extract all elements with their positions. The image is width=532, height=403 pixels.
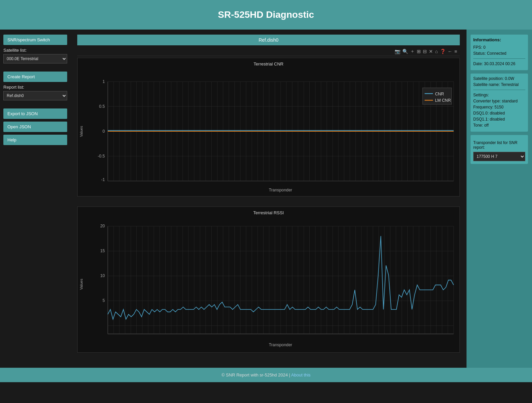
toolbar-home-icon[interactable]: ⌂ xyxy=(435,49,438,54)
sidebar-item-create-report[interactable]: Create Report xyxy=(3,72,67,82)
satellite-list-label: Satellite list: xyxy=(3,48,67,53)
cnr-y-axis-label: Values xyxy=(79,126,83,137)
date-row: Date: 30.03.2024 00:26 xyxy=(473,61,525,66)
svg-text:CNR: CNR xyxy=(435,92,444,96)
report-select[interactable]: Ref.dish0 xyxy=(3,91,67,100)
report-list-label: Report list: xyxy=(3,85,67,90)
page-header: SR-525HD Diagnostic xyxy=(0,0,532,30)
right-panel: Informations: FPS: 0 Status: Connected D… xyxy=(467,30,532,368)
chart-header-text: Ref.dish0 xyxy=(259,37,278,43)
cnr-chart-title: Terrestrial CNR xyxy=(79,61,458,66)
info-title: Informations: xyxy=(473,37,525,42)
footer: © SNR Report with sr-525hd 2024 | About … xyxy=(0,368,532,382)
svg-text:1: 1 xyxy=(102,79,105,84)
dsq10-row: DSQ1.0: disabled xyxy=(473,111,525,116)
toolbar-zoom-icon[interactable]: 🔍 xyxy=(402,49,408,54)
toolbar-zoom-out-icon[interactable]: ⊟ xyxy=(423,49,427,54)
help-label: Help xyxy=(7,137,16,142)
frequency-row: Frequency: 5150 xyxy=(473,105,525,109)
svg-text:5: 5 xyxy=(102,298,105,303)
svg-text:0: 0 xyxy=(102,129,105,134)
svg-text:0.5: 0.5 xyxy=(99,104,105,109)
svg-text:-1: -1 xyxy=(101,177,105,182)
rssi-chart-container: Terrestrial RSSI Values 20 xyxy=(77,207,460,353)
cnr-chart-wrapper: Values 1 0.5 0 -0.5 xyxy=(79,69,458,193)
status-row: Status: Connected xyxy=(473,51,525,56)
chart-header-bar: Ref.dish0 xyxy=(77,35,460,45)
report-section: Report list: Ref.dish0 xyxy=(3,85,67,104)
toolbar-zoom-in-icon[interactable]: ⊞ xyxy=(417,49,421,54)
sidebar-item-export-json[interactable]: Export to JSON xyxy=(3,108,67,119)
info-section-main: Informations: FPS: 0 Status: Connected D… xyxy=(471,35,528,70)
page-title: SR-525HD Diagnostic xyxy=(0,9,532,20)
converter-type-row: Converter type: standard xyxy=(473,99,525,103)
cnr-chart-container: Terrestrial CNR Values 1 0.5 xyxy=(77,58,460,196)
toolbar-plus-icon[interactable]: ＋ xyxy=(410,48,415,54)
svg-text:-0.5: -0.5 xyxy=(98,154,105,159)
dsq11-row: DSQ1.1: disabled xyxy=(473,117,525,122)
footer-about-link[interactable]: About this xyxy=(291,372,311,377)
transponder-select[interactable]: 177500 H 7 xyxy=(473,152,525,161)
satellite-position-row: Satellite position: 0.0W xyxy=(473,76,525,81)
toolbar-reset-icon[interactable]: ✕ xyxy=(429,49,433,54)
fps-row: FPS: 0 xyxy=(473,45,525,50)
transponder-label: Transponder list for SNR report: xyxy=(473,140,525,150)
rssi-chart-svg: 20 15 10 5 Transponder xyxy=(85,218,458,351)
chart-toolbar: 📷 🔍 ＋ ⊞ ⊟ ✕ ⌂ ❓ ← ≡ xyxy=(77,47,460,56)
sidebar-item-help[interactable]: Help xyxy=(3,135,67,145)
toolbar-camera-icon[interactable]: 📷 xyxy=(395,49,400,54)
divider-2 xyxy=(473,90,525,90)
sidebar-item-snr-switch[interactable]: SNR/spectrum Switch xyxy=(3,35,67,45)
toolbar-help-icon[interactable]: ❓ xyxy=(440,49,446,54)
rssi-y-axis-label: Values xyxy=(79,279,83,290)
main-layout: SNR/spectrum Switch Satellite list: 000.… xyxy=(0,30,532,368)
export-json-label: Export to JSON xyxy=(7,111,38,116)
svg-text:20: 20 xyxy=(100,224,105,228)
open-json-label: Open JSON xyxy=(7,124,31,129)
svg-text:LM CNR: LM CNR xyxy=(435,98,451,103)
create-report-label: Create Report xyxy=(7,74,35,79)
svg-text:Transponder: Transponder xyxy=(269,343,292,347)
cnr-chart-svg: 1 0.5 0 -0.5 -1 xyxy=(85,69,458,193)
satellite-select[interactable]: 000.0E Terrestrial xyxy=(3,54,67,63)
footer-copyright: © SNR Report with sr-525hd 2024 | xyxy=(221,372,290,377)
rssi-chart-wrapper: Values 20 15 10 5 xyxy=(79,218,458,351)
sidebar: SNR/spectrum Switch Satellite list: 000.… xyxy=(0,30,71,368)
satellite-name-row: Satellite name: Terrestrial xyxy=(473,82,525,87)
divider-1 xyxy=(473,58,525,59)
sidebar-item-open-json[interactable]: Open JSON xyxy=(3,122,67,132)
svg-text:10: 10 xyxy=(100,273,105,278)
center-content: Ref.dish0 📷 🔍 ＋ ⊞ ⊟ ✕ ⌂ ❓ ← ≡ Terrestria… xyxy=(71,30,467,368)
toolbar-back-icon[interactable]: ← xyxy=(448,49,452,54)
snr-switch-label: SNR/spectrum Switch xyxy=(7,37,50,42)
svg-text:Transponder: Transponder xyxy=(269,188,292,192)
toolbar-menu-icon[interactable]: ≡ xyxy=(454,49,457,54)
svg-text:15: 15 xyxy=(100,249,105,253)
tone-row: Tone: off xyxy=(473,123,525,128)
info-section-satellite: Satellite position: 0.0W Satellite name:… xyxy=(471,74,528,132)
satellite-section: Satellite list: 000.0E Terrestrial xyxy=(3,48,67,68)
info-section-transponder: Transponder list for SNR report: 177500 … xyxy=(471,135,528,164)
rssi-chart-title: Terrestrial RSSI xyxy=(79,210,458,215)
settings-title-row: Settings: xyxy=(473,93,525,97)
